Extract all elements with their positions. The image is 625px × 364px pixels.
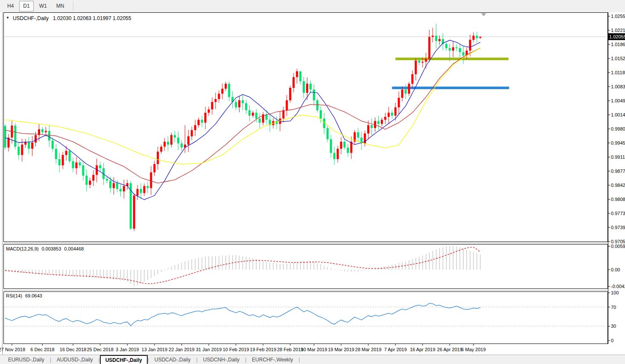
price-tick-label: 1.01180 (611, 70, 625, 75)
tab-separator: | (299, 355, 300, 364)
price-tick-label: 1.01520 (611, 56, 625, 61)
price-tick-label: 0.98770 (611, 169, 625, 174)
rsi-value: 69.0643 (25, 293, 42, 298)
date-label: 6 May 2019 (461, 347, 485, 352)
rsi-label-row: RSI(14) 69.0643 (6, 293, 42, 298)
date-label: 10 Mar 2019 (301, 347, 327, 352)
macd-tick-label: -0.004243 (611, 284, 625, 289)
date-label: 26 Apr 2019 (437, 347, 462, 352)
chart-tab-bar: EURUSD-,Daily|AUDUSD-,Daily|USDCHF-,Dail… (0, 355, 625, 364)
rsi-tick-label: 100 (611, 290, 619, 295)
date-label: 3 Jan 2019 (116, 347, 139, 352)
date-label: 19 Feb 2019 (250, 347, 276, 352)
chart-tab-usdcad[interactable]: USDCAD-,Daily (149, 355, 196, 364)
mt4-chart-window: H4D1W1MN 1.025501.022101.018601.015201.0… (0, 0, 625, 364)
date-label: 25 Dec 2018 (87, 347, 113, 352)
current-price-tag-text: 1.02055 (609, 34, 625, 39)
chart-tab-eurchf[interactable]: EURCHF-,Weekly (246, 355, 298, 364)
price-tick-label: 0.99110 (611, 154, 625, 160)
date-label: 7 Apr 2019 (384, 347, 407, 352)
macd-label: MACD(12,26,9) (6, 246, 38, 251)
price-tick-label: 0.97390 (611, 225, 625, 230)
macd-tick-label: 0.00 (611, 267, 620, 272)
price-tick-label: 1.02210 (611, 28, 625, 33)
rsi-tick-label: 0 (611, 338, 613, 343)
macd-panel-frame (4, 245, 608, 289)
macd-label-row: MACD(12,26,9) 0.003853 0.004468 (6, 246, 84, 251)
price-tick-label: 0.97730 (611, 211, 625, 216)
chart-menu-icon[interactable]: ▼ (6, 16, 9, 22)
date-label: 6 Dec 2018 (30, 347, 54, 352)
chart-title: ▼ USDCHF-,Daily 1.02030 1.02063 1.01997 … (6, 15, 131, 21)
price-tick-label: 0.98420 (611, 183, 625, 188)
date-label: 31 Jan 2019 (196, 347, 222, 352)
rsi-tick-label: 70 (611, 305, 616, 310)
price-tick-label: 1.02550 (611, 14, 625, 19)
date-label: 27 Nov 2018 (0, 347, 25, 352)
chart-tab-usdchf[interactable]: USDCHF-,Daily (100, 355, 148, 364)
price-tick-label: 1.00830 (611, 84, 625, 89)
chart-title-ohlc: 1.02030 1.02063 1.01997 1.02055 (53, 15, 131, 21)
rsi-panel-frame (4, 292, 608, 344)
chart-canvas[interactable]: 1.025501.022101.018601.015201.011801.008… (0, 0, 625, 364)
rsi-tick-label: 30 (611, 323, 616, 329)
price-tick-label: 1.01860 (611, 42, 625, 47)
chart-tab-usdcnh[interactable]: USDCNH-,Daily (198, 355, 245, 364)
date-label: 16 Apr 2019 (410, 347, 435, 352)
date-label: 10 Feb 2019 (223, 347, 249, 352)
price-tick-label: 1.00490 (611, 98, 625, 103)
macd-value-signal: 0.004468 (64, 246, 84, 251)
main-panel-frame (4, 13, 608, 242)
macd-value-main: 0.003853 (41, 246, 61, 251)
chart-title-symbol: USDCHF-,Daily (13, 15, 49, 21)
price-tick-label: 0.99800 (611, 126, 625, 131)
price-tick-label: 0.99450 (611, 140, 625, 146)
rsi-label: RSI(14) (6, 293, 22, 298)
date-label: 13 Jan 2019 (142, 347, 168, 352)
price-tick-label: 1.00140 (611, 112, 625, 117)
date-label: 22 Jan 2019 (169, 347, 195, 352)
ray-resistance[interactable] (395, 58, 508, 60)
date-label: 28 Feb 2019 (277, 347, 304, 352)
price-tick-label: 0.98080 (611, 197, 625, 202)
date-label: 16 Dec 2018 (60, 347, 86, 352)
date-label: 28 Mar 2019 (355, 347, 382, 352)
chart-tab-audusd[interactable]: AUDUSD-,Daily (51, 355, 99, 364)
price-axis: 1.025501.022101.018601.015201.011801.008… (608, 14, 625, 244)
macd-tick-label: 0.00597 (611, 244, 625, 249)
chart-tab-eurusd[interactable]: EURUSD-,Daily (3, 355, 50, 364)
date-label: 19 Mar 2019 (328, 347, 354, 352)
